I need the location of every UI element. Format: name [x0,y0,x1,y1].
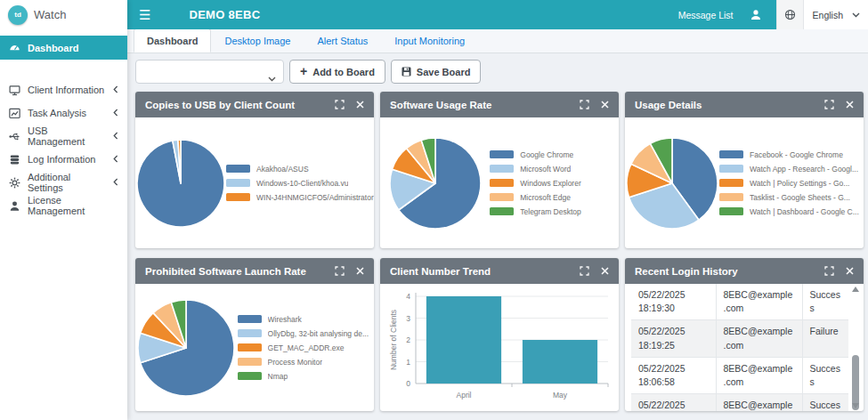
legend-swatch [490,150,514,158]
gauge-icon [9,42,20,53]
pie-chart [380,136,490,230]
sidebar-item-label: Additional Settings [28,172,106,193]
message-list-link[interactable]: Message List [678,10,734,20]
legend-swatch [719,207,743,215]
scroll-thumb[interactable] [852,355,859,410]
svg-text:3: 3 [406,313,410,322]
sidebar-item-license-management[interactable]: License Management [0,194,127,217]
sidebar-item-label: Log Information [28,154,106,165]
expand-icon[interactable] [824,100,834,109]
expand-icon[interactable] [824,266,834,276]
expand-icon[interactable] [335,266,345,276]
widget-body: Akakhoa/ASUSWindows-10-Client/khoa.vuWIN… [135,117,374,248]
legend-item[interactable]: Windows-10-Client/khoa.vu [226,179,374,188]
sidebar-item-client-information[interactable]: Client Information [0,78,127,101]
scroll-up-arrow[interactable] [852,287,859,292]
legend-swatch [238,343,262,351]
expand-icon[interactable] [580,100,589,109]
database-icon [9,154,20,166]
hamburger-menu-icon[interactable]: ☰ [127,0,162,29]
add-to-board-button[interactable]: + Add to Board [289,60,385,84]
legend-swatch [490,165,514,173]
widget-software-usage-rate: Software Usage RateGoogle ChromeMicrosof… [380,92,619,248]
svg-text:2: 2 [406,335,410,344]
close-icon[interactable] [356,267,364,275]
widget-body: 01234AprilMayNumber of Clients [380,284,619,411]
tab-input-monitoring[interactable]: Input Monitoring [381,28,478,52]
legend-swatch [238,372,262,380]
user-account-button[interactable] [750,9,762,20]
sidebar-item-dashboard[interactable]: Dashboard [0,36,127,60]
legend-label: Facebook - Google Chrome [750,150,843,159]
widget-header: Usage Details [625,92,864,117]
legend-item[interactable]: WIN-J4HNMGICFO5/Administrator [226,193,374,202]
legend-item[interactable]: Telegram Desktop [490,207,613,216]
legend-item[interactable]: OllyDbg, 32-bit analysing de... [238,329,369,338]
tab-desktop-image[interactable]: Desktop Image [211,28,304,52]
legend-item[interactable]: Watch | Dashboard - Google C... [719,207,859,216]
chart-legend: Facebook - Google ChromeWatch App - Rese… [719,150,864,216]
legend-item[interactable]: Watch | Policy Settings - Go... [719,179,859,188]
legend-swatch [238,329,262,337]
user-icon [9,200,20,212]
legend-label: WIN-J4HNMGICFO5/Administrator [256,193,374,202]
save-board-label: Save Board [417,67,471,77]
svg-text:4: 4 [406,292,410,301]
legend-item[interactable]: Akakhoa/ASUS [226,165,374,174]
sidebar-item-additional-settings[interactable]: Additional Settings [0,171,127,194]
sidebar-item-label: Client Information [28,85,106,95]
add-to-board-label: Add to Board [312,67,375,77]
save-board-button[interactable]: Save Board [391,60,482,84]
chevron-left-icon [113,108,118,118]
widget-client-number-trend: Client Number Trend01234AprilMayNumber o… [380,258,619,411]
legend-label: Wireshark [268,315,302,324]
legend-item[interactable]: GET_MAC_ADDR.exe [238,343,369,352]
legend-item[interactable]: Watch App - Research - Googl... [719,165,859,174]
scroll-down-arrow[interactable] [852,403,859,408]
expand-icon[interactable] [335,100,345,109]
close-icon[interactable] [356,101,364,109]
cell-time: 05/22/2025 18:06:43 [631,394,716,411]
legend-item[interactable]: Windows Explorer [490,179,613,188]
legend-label: Google Chrome [520,150,573,159]
widget-copies-to-usb-by-client-count: Copies to USB by Client CountAkakhoa/ASU… [135,92,374,248]
legend-label: Microsoft Word [520,165,571,174]
legend-item[interactable]: Microsoft Edge [490,193,613,202]
sidebar-item-usb-management[interactable]: USB Management [0,125,127,148]
legend-label: Process Monitor [268,358,322,367]
board-select[interactable] [135,60,284,84]
brand[interactable]: td Watch [0,0,127,29]
widget-title: Usage Details [635,100,813,110]
language-selector[interactable]: English [776,0,868,29]
table-scrollbar[interactable] [850,287,861,408]
widget-title: Client Number Trend [390,266,568,277]
close-icon[interactable] [846,267,854,275]
tab-alert-status[interactable]: Alert Status [304,28,381,52]
legend-item[interactable]: Tasklist - Google Sheets - G... [719,193,859,202]
legend-item[interactable]: Process Monitor [238,358,369,367]
legend-swatch [238,315,262,323]
sidebar-item-task-analysis[interactable]: Task Analysis [0,101,127,125]
widget-header: Prohibited Software Launch Rate [135,258,374,284]
expand-icon[interactable] [580,266,589,276]
legend-item[interactable]: Google Chrome [490,150,613,159]
close-icon[interactable] [601,267,609,275]
user-icon [750,9,762,20]
globe-icon [777,0,804,29]
legend-item[interactable]: Facebook - Google Chrome [719,150,859,159]
legend-swatch [490,193,514,201]
chevron-down-icon [268,69,276,85]
tab-bar: DashboardDesktop ImageAlert StatusInput … [127,29,868,53]
legend-swatch [238,358,262,366]
close-icon[interactable] [846,101,854,109]
legend-swatch [719,165,743,173]
close-icon[interactable] [601,101,609,109]
legend-item[interactable]: Wireshark [238,315,369,324]
table-row: 05/22/2025 18:19:308EBC@example.comSucce… [631,284,848,320]
sidebar-item-log-information[interactable]: Log Information [0,148,127,171]
sidebar-item-label: License Management [28,195,118,216]
legend-item[interactable]: Microsoft Word [490,165,613,174]
legend-item[interactable]: Nmap [238,372,369,381]
tab-dashboard[interactable]: Dashboard [134,28,211,52]
chevron-left-icon [113,131,118,141]
